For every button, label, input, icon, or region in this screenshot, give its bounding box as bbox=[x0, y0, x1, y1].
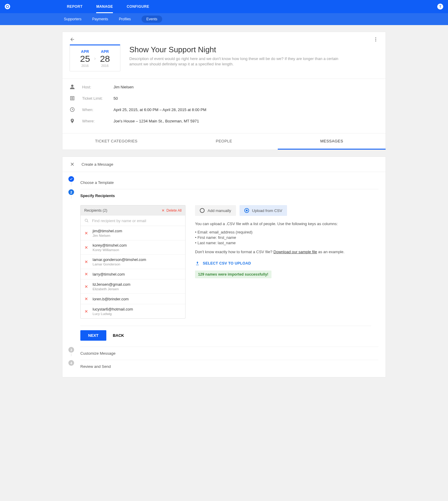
remove-recipient-icon[interactable]: ✕ bbox=[84, 272, 88, 276]
start-year: 2016 bbox=[80, 64, 90, 67]
recipient-row: ✕lizJensen@gmail.comElizabeth Jensen bbox=[81, 279, 185, 294]
radio-icon bbox=[244, 208, 249, 213]
recipient-email: lizJensen@gmail.com bbox=[93, 282, 131, 287]
host-label: Host: bbox=[82, 85, 113, 89]
section-tabs: TICKET CATEGORIES PEOPLE MESSAGES bbox=[62, 133, 386, 150]
remove-recipient-icon[interactable]: ✕ bbox=[84, 259, 88, 264]
tab-people[interactable]: PEOPLE bbox=[170, 133, 278, 150]
csv-help-intro: You can upload a .CSV file with a list o… bbox=[195, 221, 371, 227]
recipient-name: Jim Nielsen bbox=[93, 234, 122, 237]
recipient-name: Elizabeth Jensen bbox=[93, 287, 131, 291]
event-card: APR 25 2016 › APR 28 2016 Show Your Supp… bbox=[62, 32, 386, 150]
select-csv-button[interactable]: SELECT CSV TO UPLOAD bbox=[195, 261, 371, 266]
where-value: Joe's House – 1234 Main St., Bozeman, MT… bbox=[113, 119, 199, 123]
download-sample-link[interactable]: Download our sample file bbox=[274, 250, 317, 254]
recipient-row: ✕loren.b@brinder.com bbox=[81, 294, 185, 304]
recipient-email: korey@timshel.com bbox=[93, 243, 127, 248]
event-description: Description of event would go right here… bbox=[129, 56, 338, 67]
chevron-right-icon: › bbox=[94, 56, 96, 61]
step-3-title[interactable]: Customize Message bbox=[80, 347, 371, 360]
subtab-events[interactable]: Events bbox=[142, 16, 162, 23]
tab-report[interactable]: REPORT bbox=[67, 0, 82, 13]
when-label: When: bbox=[82, 107, 113, 112]
recipient-email: loren.b@brinder.com bbox=[93, 297, 129, 301]
close-icon[interactable] bbox=[70, 162, 75, 167]
toggle-add-manually[interactable]: Add manually bbox=[195, 205, 236, 216]
avatar[interactable]: T bbox=[437, 4, 443, 10]
step-3-marker: 3 bbox=[68, 347, 74, 353]
svg-point-0 bbox=[375, 37, 376, 38]
step-1-marker bbox=[68, 176, 74, 182]
recipient-email: larry@timshel.com bbox=[93, 272, 125, 276]
main-tabs: REPORT MANAGE CONFIGURE bbox=[67, 0, 149, 13]
tab-configure[interactable]: CONFIGURE bbox=[127, 0, 149, 13]
recipient-name: Lamar Gonderson bbox=[93, 262, 146, 266]
back-arrow-icon[interactable] bbox=[70, 37, 75, 42]
toggle-upload-csv[interactable]: Upload from CSV bbox=[240, 205, 287, 216]
tab-messages[interactable]: MESSAGES bbox=[278, 133, 386, 150]
start-day: 25 bbox=[80, 54, 90, 63]
recipient-search-input[interactable] bbox=[92, 219, 182, 223]
tab-ticket-categories[interactable]: TICKET CATEGORIES bbox=[62, 133, 170, 150]
recipient-row: ✕korey@timshel.comKorey Williamson bbox=[81, 240, 185, 255]
radio-icon bbox=[200, 208, 205, 213]
recipient-row: ✕lamar.gonderson@timshel.comLamar Gonder… bbox=[81, 255, 185, 269]
subtab-payments[interactable]: Payments bbox=[92, 16, 108, 22]
person-icon bbox=[70, 84, 75, 90]
subtab-profiles[interactable]: Profiles bbox=[119, 16, 131, 22]
tab-manage[interactable]: MANAGE bbox=[96, 0, 113, 13]
recipients-count: Recipients (2) bbox=[84, 208, 107, 213]
end-year: 2016 bbox=[100, 64, 110, 67]
recipient-email: jim@timshel.com bbox=[93, 229, 122, 233]
remove-recipient-icon[interactable]: ✕ bbox=[84, 284, 88, 289]
step-1-title[interactable]: Choose a Template bbox=[80, 176, 371, 189]
svg-point-4 bbox=[85, 219, 88, 222]
step-2-title: Specify Recipients bbox=[80, 189, 371, 202]
svg-point-2 bbox=[375, 41, 376, 42]
remove-recipient-icon[interactable]: ✕ bbox=[84, 231, 88, 236]
recipient-row: ✕lucystar6@hotmail.comLucy Ludwig bbox=[81, 304, 185, 318]
end-month: APR bbox=[100, 50, 110, 54]
csv-keys-list: Email: email_address (required) First na… bbox=[195, 230, 371, 245]
recipient-email: lucystar6@hotmail.com bbox=[93, 307, 133, 311]
remove-recipient-icon[interactable]: ✕ bbox=[84, 296, 88, 301]
remove-recipient-icon[interactable]: ✕ bbox=[84, 309, 88, 314]
csv-help-question: Don't know exactly how to format a CSV f… bbox=[195, 249, 371, 255]
limit-label: Ticket Limit: bbox=[82, 96, 113, 101]
when-value: April 25, 2015, at 6:00 PM – April 28, 2… bbox=[113, 107, 206, 112]
wizard-card: Create a Message Choose a Template 2 bbox=[62, 156, 386, 377]
logo-icon bbox=[5, 4, 10, 9]
where-label: Where: bbox=[82, 119, 113, 123]
upload-icon bbox=[195, 261, 200, 266]
import-success-badge: 129 names were imported successfully! bbox=[195, 271, 271, 278]
recipient-row: ✕larry@timshel.com bbox=[81, 269, 185, 279]
ticket-icon bbox=[70, 96, 75, 101]
wizard-title: Create a Message bbox=[82, 162, 113, 167]
search-icon bbox=[84, 218, 89, 223]
remove-recipient-icon[interactable]: ✕ bbox=[84, 245, 88, 250]
step-4-marker: 4 bbox=[68, 360, 74, 366]
step-2-marker: 2 bbox=[68, 189, 74, 195]
subtab-supporters[interactable]: Supporters bbox=[64, 16, 82, 22]
event-date-card: APR 25 2016 › APR 28 2016 bbox=[70, 44, 120, 71]
next-button[interactable]: NEXT bbox=[80, 330, 106, 341]
recipient-email: lamar.gonderson@timshel.com bbox=[93, 257, 146, 262]
clock-icon bbox=[70, 107, 75, 112]
x-icon: ✕ bbox=[162, 208, 165, 213]
more-menu-icon[interactable] bbox=[373, 37, 378, 42]
recipient-name: Korey Williamson bbox=[93, 248, 127, 252]
end-day: 28 bbox=[100, 54, 110, 63]
limit-value: 50 bbox=[113, 96, 118, 101]
delete-all-button[interactable]: ✕ Delete All bbox=[162, 208, 182, 213]
pin-icon bbox=[70, 118, 75, 124]
step-4-title[interactable]: Review and Send bbox=[80, 360, 371, 373]
recipient-row: ✕jim@timshel.comJim Nielsen bbox=[81, 226, 185, 240]
topbar: REPORT MANAGE CONFIGURE T Supporters Pay… bbox=[0, 0, 448, 25]
back-button[interactable]: BACK bbox=[113, 330, 124, 341]
recipient-name: Lucy Ludwig bbox=[93, 312, 133, 316]
host-value: Jim Nielsen bbox=[113, 85, 134, 89]
start-month: APR bbox=[80, 50, 90, 54]
recipients-panel: Recipients (2) ✕ Delete All bbox=[80, 205, 185, 319]
svg-point-1 bbox=[375, 39, 376, 40]
event-title: Show Your Support Night bbox=[129, 45, 378, 54]
